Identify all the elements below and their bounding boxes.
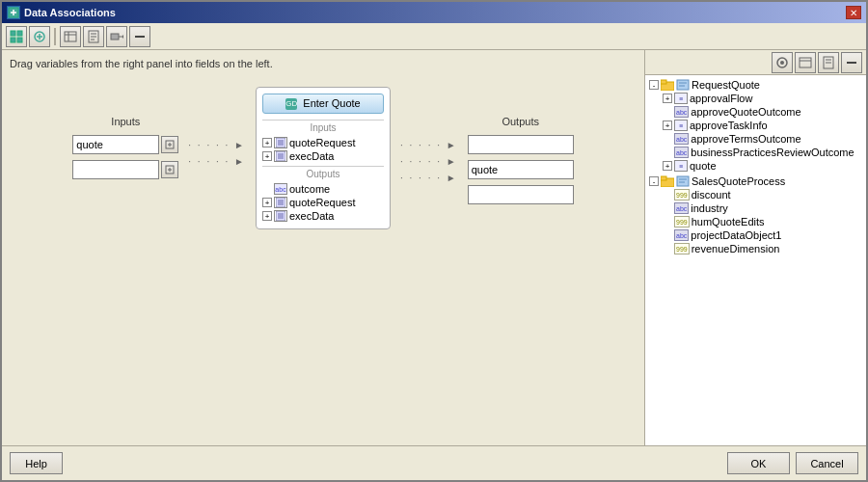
enter-quote-box: GD Enter Quote Inputs + bbox=[256, 87, 391, 229]
tree-label-businesspractices: businessPracticesReviewOutcome bbox=[691, 147, 854, 158]
tree-row-approvetaskinfo[interactable]: + ≡ approveTaskInfo bbox=[661, 119, 864, 132]
input-field-2[interactable] bbox=[72, 160, 159, 179]
output-field-2[interactable] bbox=[468, 160, 574, 179]
type-icon-list-4 bbox=[274, 210, 287, 222]
type-approvetermsoutcome: abc bbox=[674, 133, 689, 145]
right-toolbar-btn-3[interactable] bbox=[818, 52, 839, 73]
tree-label-salesquoteprocess: SalesQuoteProcess bbox=[692, 175, 785, 187]
tree-row-requestquote[interactable]: - RequestQuote bbox=[647, 78, 864, 92]
toolbar-btn-6[interactable] bbox=[129, 26, 150, 47]
svg-rect-52 bbox=[661, 80, 666, 84]
tree-row-humquoteedits[interactable]: 999 humQuoteEdits bbox=[661, 215, 864, 228]
tree-label-projectdataobject1: projectDataObject1 bbox=[691, 229, 781, 241]
center-output-name-2: quoteRequest bbox=[289, 197, 356, 208]
tree-row-industry[interactable]: abc industry bbox=[661, 201, 864, 215]
center-output-name-1: outcome bbox=[289, 183, 330, 195]
right-toolbar-btn-1[interactable] bbox=[772, 52, 793, 73]
folder-icon-requestquote bbox=[661, 79, 674, 91]
toolbar-btn-1[interactable] bbox=[6, 26, 27, 47]
toolbar-btn-5[interactable] bbox=[106, 26, 127, 47]
help-button[interactable]: Help bbox=[10, 452, 63, 474]
expand-icon-2[interactable]: + bbox=[262, 151, 272, 161]
tree-label-approvetaskinfo: approveTaskInfo bbox=[690, 120, 768, 131]
title-bar: Data Associations ✕ bbox=[2, 2, 866, 23]
tree-label-requestquote: RequestQuote bbox=[692, 79, 760, 91]
tree-row-discount[interactable]: 999 discount bbox=[661, 188, 864, 201]
inputs-section-label: Inputs bbox=[262, 120, 384, 133]
type-humquoteedits: 999 bbox=[674, 216, 690, 228]
expand-requestquote[interactable]: - bbox=[649, 80, 659, 90]
center-output-3: + execData bbox=[262, 209, 384, 223]
tree-row-salesquoteprocess[interactable]: - SalesQuoteProcess bbox=[647, 174, 864, 188]
type-quote: ≡ bbox=[674, 160, 688, 172]
instruction-text: Drag variables from the right panel into… bbox=[10, 58, 637, 69]
expand-salesquoteprocess[interactable]: - bbox=[649, 176, 659, 186]
outputs-label: Outputs bbox=[468, 116, 574, 127]
expand-quote[interactable]: + bbox=[663, 161, 672, 171]
tree-row-businesspractices[interactable]: abc businessPracticesReviewOutcome bbox=[661, 146, 864, 159]
out-connector-3: · · · · · ► bbox=[400, 173, 458, 183]
type-approvetaskinfo: ≡ bbox=[674, 120, 688, 131]
tree-panel: - RequestQuote bbox=[645, 75, 866, 445]
svg-rect-6 bbox=[17, 38, 22, 42]
type-icon-abc-1: abc bbox=[274, 183, 287, 195]
inputs-label: Inputs bbox=[72, 116, 178, 127]
cancel-button[interactable]: Cancel bbox=[796, 452, 858, 474]
window-icon bbox=[7, 6, 20, 19]
type-icon-list-2 bbox=[274, 150, 287, 162]
output-row-1 bbox=[468, 135, 574, 154]
type-revenuedimension: 999 bbox=[674, 243, 690, 254]
tree-node-salesquoteprocess: - SalesQuoteProcess bbox=[647, 174, 864, 256]
tree-label-discount: discount bbox=[692, 189, 731, 201]
close-button[interactable]: ✕ bbox=[846, 6, 861, 19]
type-industry: abc bbox=[674, 202, 689, 214]
tree-label-approvequoteoutcome: approveQuoteOutcome bbox=[691, 106, 800, 118]
input-btn-2[interactable] bbox=[161, 161, 178, 178]
tree-row-approvalflow[interactable]: + ≡ approvalFlow bbox=[661, 92, 864, 105]
ok-button[interactable]: OK bbox=[727, 452, 790, 474]
right-toolbar-btn-4[interactable] bbox=[841, 52, 862, 73]
input-field-1[interactable] bbox=[72, 135, 159, 154]
tree-row-quote[interactable]: + ≡ quote bbox=[661, 159, 864, 173]
right-toolbar bbox=[645, 50, 866, 75]
expand-icon-4[interactable]: + bbox=[262, 211, 272, 221]
expand-approvetaskinfo[interactable]: + bbox=[663, 120, 672, 130]
right-toolbar-btn-2[interactable] bbox=[795, 52, 816, 73]
svg-rect-58 bbox=[677, 176, 689, 186]
tree-row-approvequoteoutcome[interactable]: abc approveQuoteOutcome bbox=[661, 105, 864, 119]
output-field-3[interactable] bbox=[468, 185, 574, 204]
tree-label-quote: quote bbox=[690, 160, 717, 172]
expand-approvalflow[interactable]: + bbox=[663, 94, 672, 103]
output-field-1[interactable] bbox=[468, 135, 574, 154]
input-row-1 bbox=[72, 135, 178, 154]
toolbar bbox=[2, 23, 866, 50]
expand-icon-1[interactable]: + bbox=[262, 138, 272, 147]
tree-node-requestquote: - RequestQuote bbox=[647, 77, 864, 174]
type-businesspractices: abc bbox=[674, 147, 689, 158]
footer-right: OK Cancel bbox=[727, 452, 858, 474]
enter-quote-label: Enter Quote bbox=[303, 97, 360, 109]
tree-row-projectdataobject1[interactable]: abc projectDataObject1 bbox=[661, 228, 864, 242]
svg-marker-19 bbox=[122, 35, 123, 39]
center-output-name-3: execData bbox=[289, 210, 334, 222]
svg-rect-4 bbox=[17, 31, 22, 36]
process-icon-salesquoteprocess bbox=[676, 175, 690, 187]
window-title: Data Associations bbox=[24, 7, 116, 18]
tree-row-approvetermsoutcome[interactable]: abc approveTermsOutcome bbox=[661, 132, 864, 146]
svg-rect-3 bbox=[11, 31, 15, 36]
tree-label-approvetermsoutcome: approveTermsOutcome bbox=[691, 133, 800, 145]
outputs-column: Outputs bbox=[468, 116, 574, 210]
toolbar-btn-4[interactable] bbox=[83, 26, 104, 47]
tree-row-revenuedimension[interactable]: 999 revenueDimension bbox=[661, 242, 864, 255]
out-connector-1: · · · · · ► bbox=[400, 140, 458, 150]
toolbar-btn-2[interactable] bbox=[29, 26, 50, 47]
enter-quote-title: GD Enter Quote bbox=[262, 94, 384, 114]
title-bar-left: Data Associations bbox=[7, 6, 116, 19]
toolbar-btn-3[interactable] bbox=[60, 26, 81, 47]
input-btn-1[interactable] bbox=[161, 136, 178, 153]
type-approvequoteoutcome: abc bbox=[674, 106, 689, 118]
expand-icon-3[interactable]: + bbox=[262, 198, 272, 207]
footer: Help OK Cancel bbox=[2, 445, 866, 480]
output-row-3 bbox=[468, 185, 574, 204]
left-panel: Drag variables from the right panel into… bbox=[2, 50, 644, 445]
